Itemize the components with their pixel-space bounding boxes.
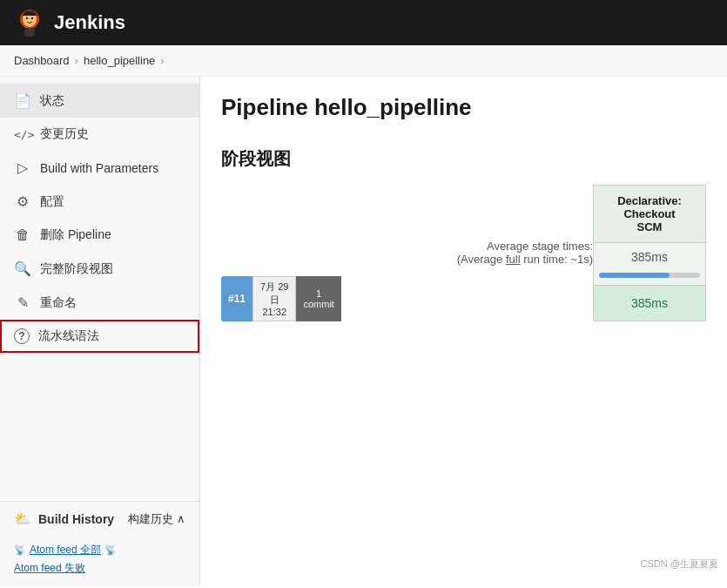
change-history-icon: </> <box>14 128 31 141</box>
build-params-icon: ▷ <box>14 159 31 176</box>
delete-pipeline-icon: 🗑 <box>14 227 31 243</box>
sidebar-item-change-history[interactable]: </> 变更历史 <box>0 118 199 151</box>
sidebar-item-delete-pipeline[interactable]: 🗑 删除 Pipeline <box>0 219 199 252</box>
sidebar-item-config-label: 配置 <box>40 194 64 210</box>
build-commit-box[interactable]: 1 commit <box>296 276 340 321</box>
stage-column-header: Declarative: Checkout SCM <box>594 186 705 243</box>
build-history-header-left: ⛅ Build History <box>14 510 114 527</box>
breadcrumb-dashboard[interactable]: Dashboard <box>14 54 70 67</box>
config-icon: ⚙ <box>14 193 31 210</box>
sidebar-item-rename[interactable]: ✎ 重命名 <box>0 286 199 320</box>
build-history-cloud-icon: ⛅ <box>14 510 31 527</box>
avg-stage-times: Average stage times: (Average full run t… <box>221 240 593 266</box>
build-history-collapse-icon: ∧ <box>177 512 185 525</box>
sidebar-item-rename-label: 重命名 <box>40 295 77 311</box>
rename-icon: ✎ <box>14 294 31 311</box>
stage-column: Declarative: Checkout SCM 385ms 385ms <box>593 185 706 321</box>
breadcrumb-sep-1: › <box>75 54 78 67</box>
page-title: Pipeline hello_pipelline <box>221 94 706 121</box>
stage-info: Average stage times: (Average full run t… <box>221 185 593 321</box>
sidebar-nav: 📄 状态 </> 变更历史 ▷ Build with Parameters ⚙ … <box>0 77 199 501</box>
build-commit-count: 1 <box>316 288 321 299</box>
stage-avg-time: 385ms <box>631 243 668 271</box>
main-content: Pipeline hello_pipelline 阶段视图 Average st… <box>200 77 727 586</box>
sidebar-item-config[interactable]: ⚙ 配置 <box>0 185 199 219</box>
build-history-links: 📡 Atom feed 全部 📡 Atom feed 失败 <box>0 536 199 586</box>
breadcrumb-sep-2: › <box>160 54 164 67</box>
build-date-box: 7月 29 日 21:32 <box>252 276 296 321</box>
atom-feed-fail-link[interactable]: Atom feed 失败 <box>14 561 85 576</box>
build-number: #11 <box>228 293 246 305</box>
build-date-line1: 7月 29 <box>260 280 288 294</box>
breadcrumb: Dashboard › hello_pipelline › <box>0 45 727 77</box>
sidebar-item-delete-pipeline-label: 删除 Pipeline <box>40 227 111 243</box>
logo[interactable]: Jenkins <box>14 7 125 38</box>
avg-times-full-link[interactable]: full <box>506 253 521 266</box>
build-number-box[interactable]: #11 <box>221 276 252 321</box>
build-entry: #11 7月 29 日 21:32 1 commit <box>221 276 593 321</box>
svg-point-2 <box>26 17 28 19</box>
stage-name-line2: Checkout <box>623 207 675 220</box>
sidebar-item-pipeline-syntax-label: 流水线语法 <box>38 328 99 344</box>
stage-progress-bar <box>599 273 699 278</box>
sidebar-item-pipeline-syntax[interactable]: ? 流水线语法 <box>0 320 199 353</box>
atom-feed-all-link[interactable]: Atom feed 全部 <box>30 543 101 558</box>
sidebar-item-change-history-label: 变更历史 <box>40 126 89 142</box>
sidebar-item-full-stage-view-label: 完整阶段视图 <box>40 261 113 277</box>
build-history-label-cn: 构建历史 <box>128 511 173 527</box>
watermark: CSDN @生夏夏夏 <box>641 558 718 571</box>
sidebar-item-build-params[interactable]: ▷ Build with Parameters <box>0 151 199 185</box>
stage-build-time: 385ms <box>594 285 705 321</box>
svg-point-3 <box>31 17 33 19</box>
app-title: Jenkins <box>54 11 125 34</box>
build-history-header[interactable]: ⛅ Build History 构建历史 ∧ <box>0 501 199 536</box>
avg-stage-times-line1: Average stage times: <box>487 240 593 253</box>
stage-view-area: Average stage times: (Average full run t… <box>221 185 706 321</box>
sidebar-item-status-label: 状态 <box>40 93 64 109</box>
main-layout: 📄 状态 </> 变更历史 ▷ Build with Parameters ⚙ … <box>0 77 727 586</box>
pipeline-syntax-icon: ? <box>14 328 30 344</box>
status-icon: 📄 <box>14 92 31 109</box>
build-date-line2: 日 <box>270 294 279 307</box>
build-history-header-right: 构建历史 ∧ <box>128 511 185 527</box>
breadcrumb-pipeline[interactable]: hello_pipelline <box>84 54 155 67</box>
app-header: Jenkins <box>0 0 727 45</box>
sidebar-item-status[interactable]: 📄 状态 <box>0 84 199 118</box>
sidebar-item-build-params-label: Build with Parameters <box>40 161 158 175</box>
stage-name-line3: SCM <box>637 220 663 233</box>
sidebar: 📄 状态 </> 变更历史 ▷ Build with Parameters ⚙ … <box>0 77 200 586</box>
jenkins-logo-icon <box>14 7 45 38</box>
build-commit-unit: commit <box>303 299 333 309</box>
stage-progress-fill <box>599 273 670 278</box>
full-stage-view-icon: 🔍 <box>14 260 31 277</box>
atom-feed-fail-wifi-icon: 📡 <box>104 544 117 556</box>
build-time: 21:32 <box>262 307 286 317</box>
stage-view-section-title: 阶段视图 <box>221 147 706 171</box>
build-history-label: Build History <box>38 512 114 526</box>
atom-feed-all-wifi-icon: 📡 <box>14 544 26 556</box>
stage-name-line1: Declarative: <box>617 194 682 207</box>
sidebar-item-full-stage-view[interactable]: 🔍 完整阶段视图 <box>0 252 199 286</box>
